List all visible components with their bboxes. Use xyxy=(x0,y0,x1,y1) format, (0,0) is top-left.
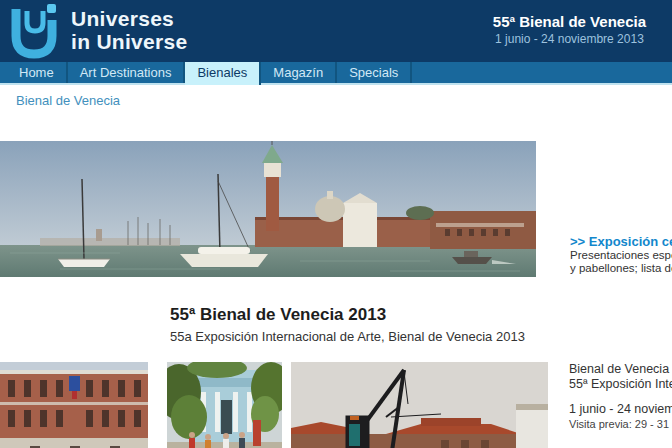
arsenale-crane-illustration xyxy=(291,362,548,448)
ui-logo-icon xyxy=(10,3,58,60)
nav-item-bienales[interactable]: Bienales xyxy=(185,62,261,85)
nav-item-specials[interactable]: Specials xyxy=(337,62,412,83)
event-details: Bienal de Venecia 55ª Exposición Interna… xyxy=(569,362,672,431)
hero-image-venice xyxy=(0,141,536,277)
sidebar-teaser: >> Exposición central Presentaciones esp… xyxy=(570,234,672,274)
brand[interactable]: Universes in Universe xyxy=(71,7,188,53)
event-details-line-3: 1 junio - 24 noviembre 2013 xyxy=(569,402,672,417)
header: Universes in Universe 55ª Bienal de Vene… xyxy=(0,0,672,62)
event-details-line-1: Bienal de Venecia xyxy=(569,362,672,377)
nav-item-art-destinations[interactable]: Art Destinations xyxy=(68,62,186,83)
page: Universes in Universe 55ª Bienal de Vene… xyxy=(0,0,672,448)
page-title: 55ª Bienal de Venecia 2013 xyxy=(170,305,386,325)
event-info: 55ª Bienal de Venecia 1 junio - 24 novie… xyxy=(493,13,646,47)
brand-line-2: in Universe xyxy=(71,30,188,53)
logo[interactable] xyxy=(10,3,58,60)
sidebar-link-exposicion[interactable]: >> Exposición central xyxy=(570,234,672,249)
thumbnail-giardini[interactable] xyxy=(167,362,282,448)
sidebar-description-line1: Presentaciones especiales xyxy=(570,249,672,262)
palazzo-facade-illustration xyxy=(0,362,148,448)
thumbnail-palazzo[interactable] xyxy=(0,362,148,448)
giardini-entrance-illustration xyxy=(167,362,282,448)
event-details-line-2: 55ª Exposición Internacional de Arte xyxy=(569,377,672,392)
event-title: 55ª Bienal de Venecia xyxy=(493,13,646,31)
sidebar-description-line2: y pabellones; lista de artistas xyxy=(570,262,672,275)
event-details-spacer xyxy=(569,392,672,402)
nav-underline xyxy=(0,83,672,85)
page-subtitle: 55a Exposición Internacional de Arte, Bi… xyxy=(170,329,525,344)
event-details-line-4: Visita previa: 29 - 31 mayo 2013 xyxy=(569,417,672,431)
breadcrumb-link[interactable]: Bienal de Venecia xyxy=(16,93,120,108)
nav-item-home[interactable]: Home xyxy=(7,62,68,83)
nav-item-magazin[interactable]: Magazín xyxy=(261,62,337,83)
main-nav: HomeArt DestinationsBienalesMagazínSpeci… xyxy=(0,62,672,83)
thumbnail-arsenale-crane[interactable] xyxy=(291,362,548,448)
brand-line-1: Universes xyxy=(71,7,188,30)
event-dates: 1 junio - 24 noviembre 2013 xyxy=(493,31,646,47)
venice-panorama-illustration xyxy=(0,141,536,277)
